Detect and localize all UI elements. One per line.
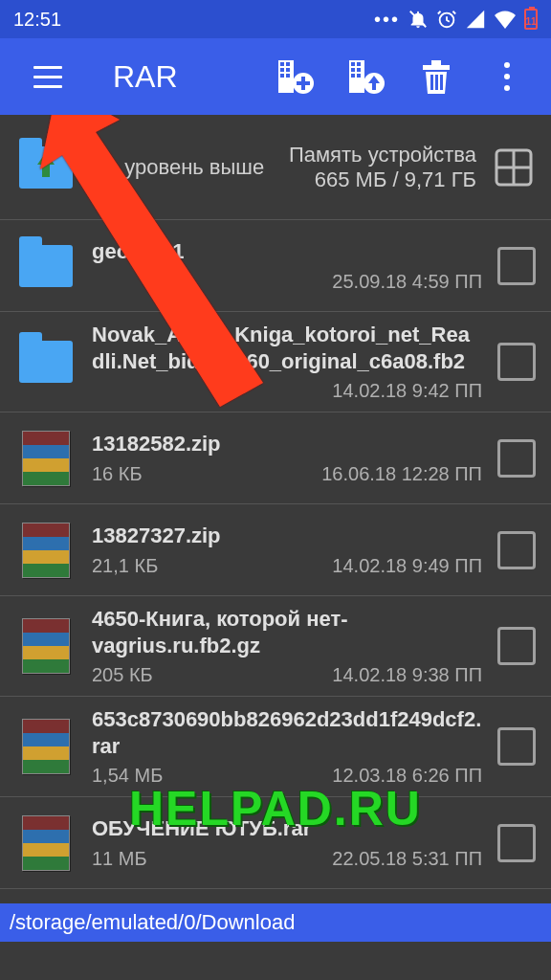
- checkbox[interactable]: [497, 531, 536, 569]
- archive-icon: [22, 815, 70, 871]
- status-time: 12:51: [13, 9, 61, 31]
- folder-icon: [19, 341, 73, 383]
- checkbox[interactable]: [497, 439, 536, 478]
- file-date: 22.05.18 5:31 ПП: [332, 848, 482, 870]
- svg-rect-11: [297, 81, 310, 85]
- signal-icon: [465, 9, 486, 30]
- up-row[interactable]: На уровень выше Память устройства 665 МБ…: [0, 115, 551, 220]
- svg-rect-8: [286, 74, 290, 78]
- trash-icon: [419, 57, 453, 96]
- archive-icon: [22, 719, 70, 774]
- current-path: /storage/emulated/0/Download: [10, 910, 295, 935]
- list-item[interactable]: 13182582.zip 16 КБ16.06.18 12:28 ПП: [0, 412, 551, 504]
- file-date: 12.03.18 6:26 ПП: [332, 765, 482, 787]
- svg-rect-24: [440, 75, 443, 90]
- app-title: RAR: [113, 59, 254, 95]
- overflow-button[interactable]: [484, 54, 530, 100]
- add-archive-button[interactable]: [272, 54, 318, 100]
- storage-value: 665 МБ / 9,71 ГБ: [315, 167, 476, 192]
- file-date: 14.02.18 9:38 ПП: [332, 664, 482, 686]
- svg-rect-17: [351, 74, 355, 78]
- status-icons: ••• 11: [374, 9, 538, 31]
- file-name: 13827327.zip: [92, 523, 482, 549]
- wifi-icon: [494, 10, 517, 29]
- svg-rect-4: [286, 62, 290, 66]
- svg-rect-7: [280, 74, 284, 78]
- list-item[interactable]: geobol_1 25.09.18 4:59 ПП: [0, 220, 551, 312]
- grid-icon: [492, 145, 536, 189]
- checkbox[interactable]: [497, 727, 536, 766]
- list-item[interactable]: 13827327.zip 21,1 КБ14.02.18 9:49 ПП: [0, 504, 551, 596]
- archive-add-icon: [275, 56, 315, 97]
- file-size: 16 КБ: [92, 463, 143, 485]
- menu-button[interactable]: [25, 54, 71, 100]
- archive-icon: [22, 523, 70, 578]
- svg-rect-20: [423, 65, 450, 70]
- file-name: 13182582.zip: [92, 431, 482, 457]
- list-item[interactable]: 4650-Книга, которой нет-vagrius.ru.fb2.g…: [0, 596, 551, 697]
- checkbox[interactable]: [497, 343, 536, 381]
- file-name: 653c8730690bb826962d23dd1f249dcf2.rar: [92, 706, 482, 759]
- checkbox[interactable]: [497, 247, 536, 285]
- app-toolbar: RAR: [0, 38, 551, 115]
- file-date: 14.02.18 9:42 ПП: [332, 380, 482, 402]
- file-list: На уровень выше Память устройства 665 МБ…: [0, 115, 551, 942]
- more-dots-icon: •••: [374, 9, 400, 31]
- folder-up-icon: [19, 146, 73, 189]
- file-name: ОБУЧЕНИЕ ЮТУБ.rar: [92, 815, 482, 842]
- file-size: 11 МБ: [92, 848, 147, 870]
- file-date: 25.09.18 4:59 ПП: [332, 271, 482, 293]
- svg-rect-18: [357, 74, 361, 78]
- status-bar: 12:51 ••• 11: [0, 0, 551, 38]
- storage-label: Память устройства: [289, 143, 476, 167]
- svg-rect-13: [351, 62, 355, 66]
- list-item[interactable]: Novak_Aleks_Kniga_kotoroi_net_Readli.Net…: [0, 312, 551, 412]
- view-mode-button[interactable]: [492, 145, 536, 189]
- file-date: 16.06.18 12:28 ПП: [321, 463, 482, 485]
- path-bar[interactable]: /storage/emulated/0/Download: [0, 903, 551, 942]
- svg-rect-16: [357, 68, 361, 72]
- battery-icon: 11: [524, 9, 538, 30]
- file-name: geobol_1: [92, 238, 482, 265]
- svg-rect-14: [357, 62, 361, 66]
- extract-archive-button[interactable]: [342, 54, 388, 100]
- svg-rect-22: [430, 75, 433, 90]
- file-name: 4650-Книга, которой нет-vagrius.ru.fb2.g…: [92, 606, 482, 658]
- svg-rect-6: [286, 68, 290, 72]
- svg-rect-3: [280, 62, 284, 66]
- archive-icon: [22, 431, 70, 486]
- bell-off-icon: [408, 9, 429, 30]
- file-name: Novak_Aleks_Kniga_kotoroi_net_Readli.Net…: [92, 322, 482, 374]
- file-size: 21,1 КБ: [92, 555, 158, 577]
- file-size: 1,54 МБ: [92, 765, 163, 787]
- svg-rect-23: [435, 75, 438, 90]
- archive-extract-icon: [345, 56, 386, 97]
- alarm-icon: [436, 9, 457, 30]
- list-item[interactable]: ОБУЧЕНИЕ ЮТУБ.rar 11 МБ22.05.18 5:31 ПП: [0, 797, 551, 889]
- svg-rect-21: [431, 60, 441, 65]
- delete-button[interactable]: [413, 54, 459, 100]
- up-label: На уровень выше: [92, 154, 264, 181]
- hamburger-icon: [33, 66, 62, 88]
- checkbox[interactable]: [497, 824, 536, 862]
- svg-rect-15: [351, 68, 355, 72]
- archive-icon: [22, 618, 70, 674]
- file-size: 205 КБ: [92, 664, 153, 686]
- file-date: 14.02.18 9:49 ПП: [332, 555, 482, 577]
- list-item[interactable]: 653c8730690bb826962d23dd1f249dcf2.rar 1,…: [0, 697, 551, 797]
- checkbox[interactable]: [497, 627, 536, 665]
- folder-icon: [19, 245, 73, 287]
- svg-rect-5: [280, 68, 284, 72]
- more-vert-icon: [504, 62, 510, 91]
